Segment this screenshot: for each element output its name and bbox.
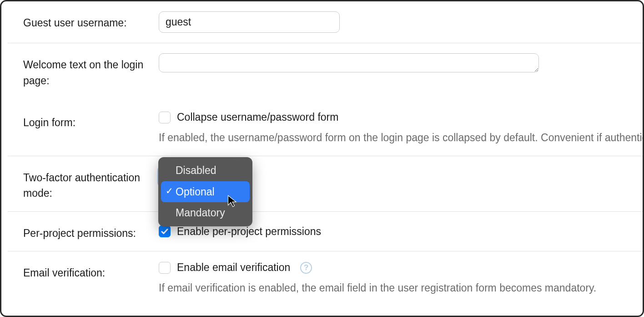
guest-username-input[interactable] [159,11,340,33]
row-guest-username: Guest user username: [8,1,643,43]
label-guest-username: Guest user username: [8,11,159,31]
help-icon[interactable]: ? [300,262,312,274]
label-email-verification: Email verification: [8,261,159,281]
label-login-form: Login form: [8,111,159,131]
label-welcome-text: Welcome text on the login page: [8,53,159,88]
row-email-verification: Email verification: Enable email verific… [8,251,643,306]
dropdown-option-mandatory[interactable]: Mandatory [161,202,250,224]
welcome-text-textarea[interactable] [159,53,539,72]
settings-form: Guest user username: Welcome text on the… [1,1,643,306]
row-login-form: Login form: Collapse username/password f… [8,98,643,156]
email-verification-label: Enable email verification [177,261,290,274]
row-welcome-text: Welcome text on the login page: [8,43,643,98]
two-factor-dropdown: Disabled Optional Mandatory [158,157,252,226]
collapse-login-form-label: Collapse username/password form [177,111,338,123]
per-project-checkbox[interactable] [159,225,171,237]
label-two-factor: Two-factor authentication mode: [8,166,159,201]
label-per-project: Per-project permissions: [8,222,159,241]
row-per-project: Per-project permissions: Enable per-proj… [8,212,643,252]
login-form-help-text: If enabled, the username/password form o… [159,130,644,146]
per-project-label: Enable per-project permissions [177,225,321,238]
email-verification-checkbox[interactable] [159,262,171,274]
check-icon [161,227,169,235]
dropdown-option-disabled[interactable]: Disabled [161,160,250,181]
collapse-login-form-checkbox[interactable] [159,112,171,123]
dropdown-option-optional[interactable]: Optional [161,181,250,203]
email-verification-help-text: If email verification is enabled, the em… [159,280,643,296]
row-two-factor: Two-factor authentication mode: Optional… [8,156,643,212]
settings-panel: Guest user username: Welcome text on the… [0,0,644,317]
collapse-login-form-line: Collapse username/password form [159,111,644,123]
email-verification-line: Enable email verification ? [159,261,643,274]
